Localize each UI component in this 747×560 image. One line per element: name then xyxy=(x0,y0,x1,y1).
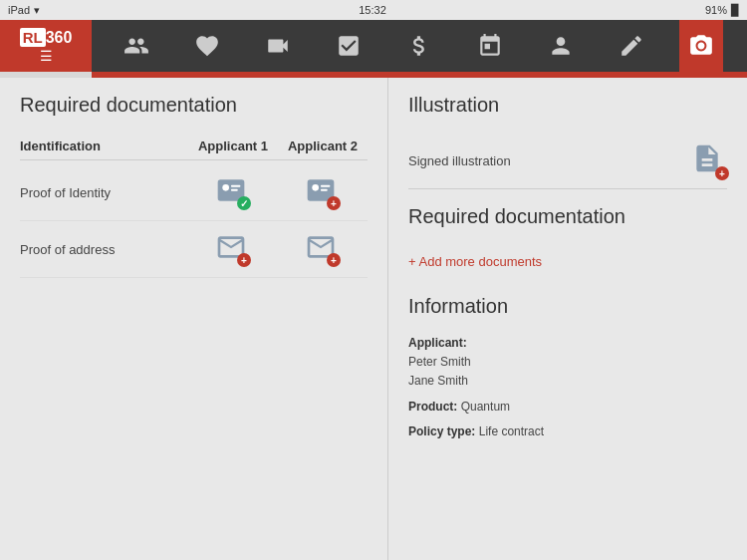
nav-calendar[interactable] xyxy=(468,20,512,72)
proof-identity-app2-icon[interactable]: + xyxy=(305,174,341,210)
policy-type-value: Life contract xyxy=(479,424,544,438)
product-line: Product: Quantum xyxy=(408,398,727,417)
applicant-name1: Peter Smith xyxy=(408,353,727,372)
right-panel: Illustration Signed illustration + Requi… xyxy=(388,78,747,560)
proof-address-app2-cell: + xyxy=(278,231,368,267)
nav-person[interactable] xyxy=(539,20,583,72)
proof-identity-app1-cell: ✓ xyxy=(188,174,278,210)
proof-address-app1-cell: + xyxy=(188,231,278,267)
logo-text: RL360 xyxy=(20,28,73,46)
ipad-label: iPad xyxy=(8,4,30,16)
battery-display: 91% xyxy=(705,4,727,16)
doc-table: Identification Applicant 1 Applicant 2 P… xyxy=(20,133,368,278)
status-left: iPad ▾ xyxy=(8,4,40,17)
nav-camera[interactable] xyxy=(679,20,723,72)
main-content: Required documentation Identification Ap… xyxy=(0,78,747,560)
illustration-section: Illustration Signed illustration + xyxy=(408,94,727,189)
signed-illustration-row: Signed illustration + xyxy=(408,133,727,189)
applicant-name2: Jane Smith xyxy=(408,372,727,391)
col-applicant2: Applicant 2 xyxy=(278,139,368,153)
policy-type-label: Policy type: xyxy=(408,424,475,438)
info-section: Information Applicant: Peter Smith Jane … xyxy=(408,295,727,441)
nav-people[interactable] xyxy=(115,20,158,72)
applicant-label: Applicant: xyxy=(408,336,467,350)
nav-bar: RL360 ☰ xyxy=(0,20,747,72)
left-panel: Required documentation Identification Ap… xyxy=(0,78,388,560)
svg-point-1 xyxy=(222,184,229,191)
status-bar: iPad ▾ 15:32 91% ▉ xyxy=(0,0,747,20)
col-applicant1: Applicant 1 xyxy=(188,139,278,153)
svg-point-5 xyxy=(312,184,319,191)
svg-rect-3 xyxy=(231,189,238,191)
required-doc-section: Required documentation + Add more docume… xyxy=(408,205,727,279)
battery-icon: ▉ xyxy=(731,4,739,17)
svg-rect-6 xyxy=(321,185,330,187)
proof-address-app1-icon[interactable]: + xyxy=(215,231,251,267)
required-doc-section-title: Required documentation xyxy=(408,205,727,228)
proof-address-app2-badge: + xyxy=(327,253,341,267)
row-proof-address-label: Proof of address xyxy=(20,242,188,257)
logo-area: RL360 ☰ xyxy=(0,20,92,72)
logo-rl: RL xyxy=(20,28,46,47)
product-label: Product: xyxy=(408,400,457,414)
info-section-title: Information xyxy=(408,295,727,318)
proof-address-app1-badge: + xyxy=(237,253,251,267)
nav-video[interactable] xyxy=(256,20,300,72)
product-value: Quantum xyxy=(461,400,510,414)
add-docs-link[interactable]: + Add more documents xyxy=(408,244,727,279)
proof-identity-app1-icon[interactable]: ✓ xyxy=(215,174,251,210)
proof-identity-app2-cell: + xyxy=(278,174,368,210)
row-proof-identity: Proof of Identity ✓ xyxy=(20,164,368,221)
time-display: 15:32 xyxy=(359,4,386,16)
doc-table-header: Identification Applicant 1 Applicant 2 xyxy=(20,133,368,160)
left-section-title: Required documentation xyxy=(20,94,368,117)
nav-health[interactable] xyxy=(185,20,229,72)
col-identification: Identification xyxy=(20,139,188,153)
hamburger-icon[interactable]: ☰ xyxy=(40,48,53,64)
wifi-icon: ▾ xyxy=(34,4,40,17)
signed-illustration-add-badge: + xyxy=(715,166,729,180)
illustration-section-title: Illustration xyxy=(408,94,727,117)
proof-identity-app2-badge: + xyxy=(327,196,341,210)
row-proof-identity-label: Proof of Identity xyxy=(20,185,188,200)
nav-doc-check[interactable] xyxy=(327,20,371,72)
proof-address-app2-icon[interactable]: + xyxy=(305,231,341,267)
nav-icons xyxy=(92,20,747,72)
svg-rect-2 xyxy=(231,185,240,187)
signed-illustration-label: Signed illustration xyxy=(408,153,511,168)
applicant-line: Applicant: xyxy=(408,334,727,353)
signed-illustration-icon[interactable]: + xyxy=(691,142,727,178)
proof-identity-app1-badge: ✓ xyxy=(237,196,251,210)
logo-360: 360 xyxy=(46,29,73,46)
info-block: Applicant: Peter Smith Jane Smith Produc… xyxy=(408,334,727,441)
svg-rect-7 xyxy=(321,189,328,191)
policy-type-line: Policy type: Life contract xyxy=(408,422,727,441)
nav-edit[interactable] xyxy=(610,20,653,72)
nav-dollar[interactable] xyxy=(397,20,441,72)
status-right: 91% ▉ xyxy=(705,4,739,17)
row-proof-address: Proof of address + + xyxy=(20,221,368,278)
